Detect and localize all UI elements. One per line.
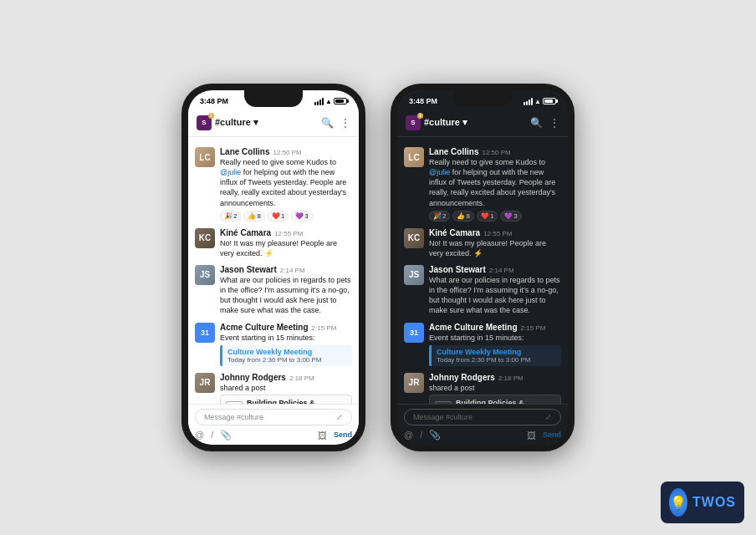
message-text: Really need to give some Kudos to @julie… [429, 157, 561, 208]
input-placeholder: Message #culture [204, 413, 263, 421]
sender-name: Jason Stewart [429, 265, 486, 274]
message-header: Acme Culture Meeting 2:15 PM [429, 323, 561, 332]
notch [244, 90, 303, 107]
shared-post[interactable]: 📄 Building Policies & Procedures Last ed… [429, 395, 561, 404]
slash-icon[interactable]: / [211, 430, 213, 441]
sender-name: Lane Collins [429, 147, 478, 156]
status-time: 3:48 PM [409, 97, 437, 105]
reaction-button[interactable]: 👍8 [452, 211, 473, 222]
message-group: KC Kiné Camara 12:55 PM No! It was my pl… [397, 225, 568, 262]
reaction-emoji: 👍 [457, 212, 465, 220]
reaction-emoji: ❤️ [481, 212, 489, 220]
message-content: Johnny Rodgers 2:18 PM shared a post 📄 B… [220, 373, 352, 404]
at-icon[interactable]: @ [404, 430, 413, 441]
signal-icon [524, 98, 533, 105]
message-content: Kiné Camara 12:55 PM No! It was my pleas… [429, 228, 561, 258]
image-icon[interactable]: 🖼 [527, 431, 536, 441]
sender-name: Lane Collins [220, 147, 269, 156]
message-content: Jason Stewart 2:14 PM What are our polic… [429, 265, 561, 316]
attach-icon[interactable]: 📎 [429, 430, 441, 441]
message-group: LC Lane Collins 12:50 PM Really need to … [397, 144, 568, 225]
reaction-emoji: 🎉 [224, 212, 232, 220]
attach-icon[interactable]: 📎 [220, 430, 232, 441]
status-time: 3:48 PM [200, 97, 228, 105]
reaction-button[interactable]: 🎉2 [429, 211, 450, 222]
message-content: Kiné Camara 12:55 PM No! It was my pleas… [220, 228, 352, 258]
message-text: shared a post [220, 383, 352, 393]
search-icon[interactable]: 🔍 [530, 117, 543, 129]
reaction-emoji: 💜 [504, 212, 513, 220]
avatar: KC [195, 228, 215, 248]
message-header: Jason Stewart 2:14 PM [429, 265, 561, 274]
shared-post[interactable]: 📄 Building Policies & Procedures Last ed… [220, 395, 352, 404]
toolbar-icons-right: 🖼 Send [527, 431, 561, 441]
message-header: Johnny Rodgers 2:18 PM [429, 373, 561, 382]
reaction-count: 8 [257, 212, 260, 220]
reaction-button[interactable]: ❤️1 [268, 211, 289, 222]
sender-name: Acme Culture Meeting [220, 323, 309, 332]
phone-dark: 3:48 PM ▲ S 1 #culture ▾ 🔍 ⋮ LC Lane Col… [391, 84, 575, 451]
message-group: JR Johnny Rodgers 2:18 PM shared a post … [188, 369, 359, 404]
message-content: Acme Culture Meeting 2:15 PM Event start… [429, 323, 561, 366]
avatar: 31 [404, 323, 424, 343]
expand-icon[interactable]: ⤢ [545, 413, 552, 421]
message-header: Acme Culture Meeting 2:15 PM [220, 323, 352, 332]
messages-list: LC Lane Collins 12:50 PM Really need to … [397, 137, 568, 404]
slack-logo: S 1 [197, 115, 212, 130]
message-time: 2:14 PM [280, 267, 305, 274]
search-icon[interactable]: 🔍 [321, 117, 334, 129]
reaction-count: 2 [233, 212, 237, 220]
toolbar-icons: @ / 📎 [195, 430, 232, 441]
reactions: 🎉2👍8❤️1💜3 [429, 211, 561, 222]
send-button[interactable]: Send [543, 431, 561, 441]
at-icon[interactable]: @ [195, 430, 204, 441]
image-icon[interactable]: 🖼 [318, 431, 327, 441]
reaction-button[interactable]: 💜3 [291, 211, 312, 222]
avatar: 31 [195, 323, 215, 343]
mention[interactable]: @julie [429, 168, 450, 176]
message-time: 12:50 PM [482, 149, 510, 156]
reaction-button[interactable]: 💜3 [500, 211, 521, 222]
message-text: No! It was my pleasure! People are very … [220, 238, 352, 258]
event-title[interactable]: Culture Weekly Meeting [227, 348, 347, 356]
slack-logo: S 1 [406, 115, 421, 130]
sender-name: Jason Stewart [220, 265, 277, 274]
avatar: JS [404, 265, 424, 285]
message-content: Johnny Rodgers 2:18 PM shared a post 📄 B… [429, 373, 561, 404]
message-input-box[interactable]: Message #culture ⤢ [404, 409, 561, 425]
message-group: 31 Acme Culture Meeting 2:15 PM Event st… [397, 319, 568, 369]
message-input-box[interactable]: Message #culture ⤢ [195, 409, 352, 425]
header-icons: 🔍 ⋮ [321, 117, 350, 129]
channel-name[interactable]: #culture ▾ [424, 117, 527, 128]
more-icon[interactable]: ⋮ [340, 117, 350, 129]
wifi-icon: ▲ [325, 98, 332, 105]
slash-icon[interactable]: / [420, 430, 422, 441]
message-group: JS Jason Stewart 2:14 PM What are our po… [188, 262, 359, 319]
reaction-emoji: 🎉 [433, 212, 442, 220]
message-time: 2:15 PM [521, 324, 546, 332]
expand-icon[interactable]: ⤢ [336, 413, 343, 421]
notch [453, 90, 512, 107]
reaction-button[interactable]: ❤️1 [477, 211, 498, 222]
message-text: What are our policies in regards to pets… [429, 275, 561, 316]
message-group: LC Lane Collins 12:50 PM Really need to … [188, 144, 359, 225]
reaction-count: 3 [513, 212, 517, 220]
mention[interactable]: @julie [220, 168, 241, 176]
event-time: Today from 2:30 PM to 3:00 PM [227, 356, 347, 364]
more-icon[interactable]: ⋮ [549, 117, 559, 129]
message-text: Event starting in 15 minutes: [220, 333, 352, 343]
message-time: 12:50 PM [273, 149, 301, 156]
reaction-button[interactable]: 👍8 [243, 211, 264, 222]
send-button[interactable]: Send [334, 431, 352, 441]
reaction-emoji: 💜 [295, 212, 304, 220]
twos-badge: 💡 TWOS [661, 482, 744, 523]
reaction-button[interactable]: 🎉2 [220, 211, 241, 222]
channel-name[interactable]: #culture ▾ [215, 117, 318, 128]
message-content: Lane Collins 12:50 PM Really need to giv… [220, 147, 352, 222]
status-icons: ▲ [314, 98, 347, 105]
message-input-area: Message #culture ⤢ @ / 📎 🖼 Send [397, 404, 568, 445]
message-group: JR Johnny Rodgers 2:18 PM shared a post … [397, 369, 568, 404]
event-title[interactable]: Culture Weekly Meeting [437, 348, 556, 356]
reaction-count: 2 [442, 212, 446, 220]
twos-icon: 💡 [669, 488, 687, 517]
